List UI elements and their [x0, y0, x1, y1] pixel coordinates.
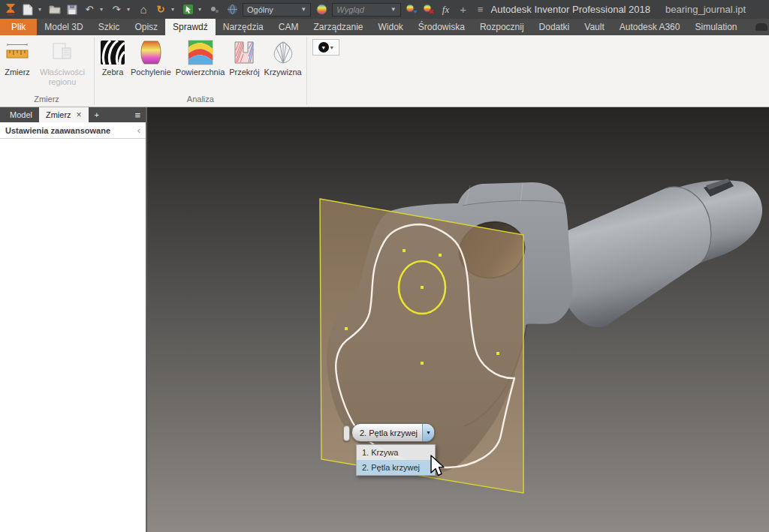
- surface-icon: [187, 39, 214, 66]
- ribbon-separator: [94, 37, 95, 105]
- parameters-fx-icon[interactable]: fx: [439, 2, 453, 17]
- new-file-dropdown-icon[interactable]: ▾: [38, 6, 44, 13]
- save-icon[interactable]: [65, 2, 79, 17]
- tab-plik[interactable]: Plik: [0, 19, 37, 35]
- a360-cloud-icon[interactable]: [755, 23, 767, 31]
- svg-text:PRO: PRO: [8, 13, 14, 17]
- panel-tab-zmierz-label: Zmierz: [46, 110, 71, 119]
- ribbon-tab-bar: Plik Model 3D Szkic Opisz Sprawdź Narzęd…: [0, 19, 769, 35]
- appearance-combo[interactable]: Wygląd ▼: [332, 3, 400, 17]
- panel-tab-model[interactable]: Model: [3, 107, 39, 122]
- qat-add-command-icon[interactable]: +: [457, 2, 470, 17]
- material-sphere-icon[interactable]: [315, 2, 328, 17]
- select-dropdown-icon[interactable]: ▾: [198, 6, 204, 13]
- ribbon-separator: [306, 37, 307, 105]
- graphics-viewport[interactable]: 2. Pętla krzywej ▼ 1. Krzywa 2. Pętla kr…: [147, 107, 769, 532]
- option-petla-krzywej[interactable]: 2. Pętla krzywej: [357, 460, 435, 475]
- panel-menu-icon[interactable]: ≡: [129, 107, 146, 122]
- ribbon-group-analiza: Zebra Pochylenie Powierzchnia: [95, 35, 306, 107]
- document-name: bearing_journal.ipt: [665, 4, 746, 15]
- panel-tab-zmierz[interactable]: Zmierz ×: [39, 107, 89, 122]
- tab-dodatki[interactable]: Dodatki: [532, 19, 578, 35]
- curve-selector-arrow-icon[interactable]: ▼: [422, 424, 434, 441]
- draft-icon: [137, 39, 164, 66]
- tab-szkic[interactable]: Szkic: [91, 19, 128, 35]
- redo-dropdown-icon[interactable]: ▾: [127, 6, 133, 13]
- clear-appearance-icon[interactable]: [422, 2, 436, 17]
- tab-narzedzia[interactable]: Narzędzia: [216, 19, 271, 35]
- tab-simulation[interactable]: Simulation: [687, 19, 744, 35]
- advanced-settings-header[interactable]: Ustawienia zaawansowane ‹: [0, 122, 146, 139]
- tab-srodowiska[interactable]: Środowiska: [411, 19, 472, 35]
- tab-cam[interactable]: CAM: [271, 19, 306, 35]
- curvature-icon: [270, 39, 297, 66]
- region-properties-icon: [49, 39, 76, 66]
- 3d-scene[interactable]: [147, 107, 769, 532]
- curve-selector-combo[interactable]: 2. Pętla krzywej ▼: [351, 423, 435, 442]
- option-krzywa[interactable]: 1. Krzywa: [357, 445, 435, 460]
- title-bar: PRO ▾ ↶ ▾ ↷ ▾ ⌂ ↻ ▾ ▾ Ogólny ▼: [0, 0, 769, 19]
- undo-icon[interactable]: ↶: [83, 2, 96, 17]
- measure-button[interactable]: Zmierz: [2, 36, 33, 77]
- section-button[interactable]: Przekrój: [227, 36, 261, 77]
- panel-body: [0, 139, 146, 532]
- material-combo-arrow-icon: ▼: [300, 6, 306, 13]
- add-panel-tab-button[interactable]: +: [89, 107, 105, 122]
- measure-label: Zmierz: [5, 68, 30, 77]
- section-label: Przekrój: [229, 68, 259, 77]
- browser-panel: Model Zmierz × + ≡ Ustawienia zaawansowa…: [0, 107, 147, 532]
- close-tab-icon[interactable]: ×: [77, 110, 82, 120]
- undo-dropdown-icon[interactable]: ▾: [100, 6, 106, 13]
- annotate-dots-icon[interactable]: [208, 2, 222, 17]
- new-file-icon[interactable]: [21, 2, 35, 17]
- update-icon[interactable]: ↻: [154, 2, 167, 17]
- adjust-appearance-icon[interactable]: [405, 2, 418, 17]
- tab-zarzadzanie[interactable]: Zarządzanie: [306, 19, 370, 35]
- section-icon: [231, 39, 258, 66]
- advanced-settings-label: Ustawienia zaawansowane: [5, 126, 110, 135]
- qat-customize-icon[interactable]: ≡: [474, 2, 487, 17]
- draft-label: Pochylenie: [131, 68, 171, 77]
- redo-icon[interactable]: ↷: [110, 2, 123, 17]
- panel-tab-model-label: Model: [10, 110, 32, 119]
- material-combo-value: Ogólny: [247, 5, 273, 14]
- analysis-visibility-dropdown[interactable]: ▼ ▾: [312, 39, 339, 56]
- material-combo[interactable]: Ogólny ▼: [243, 3, 311, 17]
- zebra-label: Zebra: [102, 68, 124, 77]
- group-label-analiza: Analiza: [97, 92, 304, 107]
- select-icon[interactable]: [181, 2, 195, 17]
- tab-vault[interactable]: Vault: [577, 19, 611, 35]
- tab-model-3d[interactable]: Model 3D: [37, 19, 90, 35]
- tab-rozpocznij[interactable]: Rozpocznij: [472, 19, 532, 35]
- zebra-button[interactable]: Zebra: [97, 36, 128, 77]
- visibility-arrow-icon: ▾: [330, 44, 333, 51]
- group-label-zmierz: Zmierz: [2, 92, 92, 107]
- window-title: Autodesk Inventor Professional 2018 bear…: [491, 4, 746, 15]
- web-globe-icon[interactable]: [225, 2, 239, 17]
- panel-tab-bar: Model Zmierz × + ≡: [0, 107, 146, 122]
- tab-autodesk-a360[interactable]: Autodesk A360: [612, 19, 688, 35]
- curvature-button[interactable]: Krzywizna: [262, 36, 304, 77]
- inventor-logo-icon: PRO: [4, 2, 17, 17]
- ribbon-group-zmierz: Zmierz Właściwości regionu Zmierz: [0, 35, 93, 107]
- app-title: Autodesk Inventor Professional 2018: [491, 4, 650, 15]
- visibility-ball-icon: ▼: [318, 42, 329, 53]
- selector-handle[interactable]: [343, 425, 350, 441]
- measure-icon: [4, 39, 31, 66]
- surface-button[interactable]: Powierzchnia: [173, 36, 227, 77]
- tab-widok[interactable]: Widok: [371, 19, 411, 35]
- region-properties-button[interactable]: Właściwości regionu: [33, 36, 92, 86]
- tab-opisz[interactable]: Opisz: [127, 19, 165, 35]
- tab-sprawdz[interactable]: Sprawdź: [165, 19, 216, 35]
- collapse-chevron-icon[interactable]: ‹: [137, 125, 140, 136]
- home-icon[interactable]: ⌂: [137, 2, 150, 17]
- draft-button[interactable]: Pochylenie: [128, 36, 173, 77]
- region-properties-label: Właściwości regionu: [35, 68, 89, 86]
- curve-selector-list: 1. Krzywa 2. Pętla krzywej: [356, 444, 436, 476]
- ribbon-panel: Zmierz Właściwości regionu Zmierz Zeb: [0, 35, 769, 107]
- inventor-window: PRO ▾ ↶ ▾ ↷ ▾ ⌂ ↻ ▾ ▾ Ogólny ▼: [0, 0, 769, 532]
- update-dropdown-icon[interactable]: ▾: [171, 6, 177, 13]
- appearance-combo-placeholder: Wygląd: [336, 5, 364, 14]
- curvature-label: Krzywizna: [264, 68, 302, 77]
- open-file-icon[interactable]: [48, 2, 62, 17]
